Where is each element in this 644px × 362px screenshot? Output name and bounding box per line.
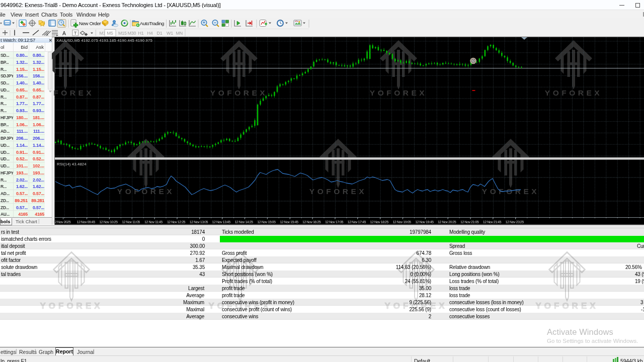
svg-text:12 Nov 17:05: 12 Nov 17:05 (325, 220, 344, 224)
svg-text:12 Nov 21:05: 12 Nov 21:05 (460, 220, 479, 224)
svg-text:12 Nov 17:45: 12 Nov 17:45 (348, 220, 366, 224)
svg-text:RSI(14) 43.4824: RSI(14) 43.4824 (57, 162, 87, 166)
svg-text:H4: H4 (147, 31, 153, 36)
svg-text:12 Nov 11:05: 12 Nov 11:05 (122, 220, 140, 224)
svg-text:M5: M5 (107, 31, 113, 36)
svg-text:+: + (203, 20, 205, 25)
svg-text:H1: H1 (138, 31, 144, 36)
svg-text:12 Nov 12:25: 12 Nov 12:25 (167, 220, 186, 224)
svg-text:MN: MN (176, 31, 183, 36)
svg-text:12 Nov 19:45: 12 Nov 19:45 (415, 220, 434, 224)
svg-text:XAUUSD,M5 4192.075 4193.185 4: XAUUSD,M5 4192.075 4193.185 4190.445 419… (56, 38, 152, 43)
svg-text:YOFOREX: YOFOREX (370, 88, 427, 97)
svg-text:12 Nov 13:05: 12 Nov 13:05 (190, 220, 208, 224)
svg-text:12 Nov 19:05: 12 Nov 19:05 (392, 220, 411, 224)
svg-text:12 Nov 10:25: 12 Nov 10:25 (99, 220, 118, 224)
svg-text:12 Nov 15:45: 12 Nov 15:45 (280, 220, 298, 224)
svg-text:12 Nov 20:25: 12 Nov 20:25 (438, 220, 456, 224)
svg-text:T: T (74, 31, 77, 36)
svg-text:12 Nov 11:45: 12 Nov 11:45 (144, 220, 163, 224)
svg-text:YOFOREX: YOFOREX (482, 187, 539, 196)
svg-text:AutoTrading: AutoTrading (140, 21, 164, 26)
svg-text:A: A (62, 30, 66, 36)
svg-text:12 Nov 09:45: 12 Nov 09:45 (77, 220, 96, 224)
svg-text:12 Nov 21:45: 12 Nov 21:45 (483, 220, 502, 224)
svg-text:M30: M30 (128, 31, 136, 36)
svg-text:W1: W1 (167, 31, 173, 36)
svg-text:12 Nov 18:25: 12 Nov 18:25 (370, 220, 389, 224)
svg-text:YOFOREX: YOFOREX (210, 88, 268, 97)
svg-text:12 Nov 15:05: 12 Nov 15:05 (257, 220, 276, 224)
svg-text:12 Nov 14:25: 12 Nov 14:25 (234, 220, 253, 224)
svg-text:New Order: New Order (79, 21, 102, 26)
svg-text:YOFOREX: YOFOREX (545, 88, 602, 97)
svg-text:YOFOREX: YOFOREX (52, 88, 94, 97)
svg-text:D1: D1 (157, 31, 163, 36)
svg-text:€: € (47, 33, 48, 36)
svg-text:12 Nov 16:25: 12 Nov 16:25 (302, 220, 321, 224)
svg-text:M15: M15 (118, 31, 127, 36)
svg-text:12 Nov 13:45: 12 Nov 13:45 (212, 220, 231, 224)
svg-text:12 Nov 2025: 12 Nov 2025 (53, 220, 71, 224)
svg-text:YOFOREX: YOFOREX (309, 187, 367, 196)
svg-text:−: − (214, 20, 216, 25)
svg-text:12 Nov 23:25: 12 Nov 23:25 (506, 220, 524, 224)
